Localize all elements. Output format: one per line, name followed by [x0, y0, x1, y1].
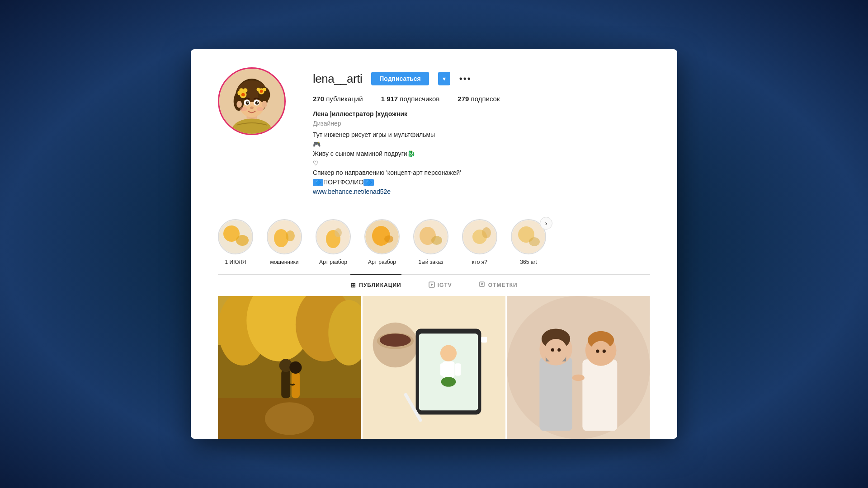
- svg-marker-50: [431, 283, 433, 286]
- svg-point-61: [265, 402, 314, 435]
- following-stat[interactable]: 279 подписок: [458, 95, 500, 103]
- story-label: 365 art: [520, 259, 537, 265]
- svg-rect-62: [281, 370, 290, 398]
- svg-point-25: [263, 88, 266, 91]
- bio-line1: Тут инженер рисует игры и мультфильмы: [313, 130, 650, 140]
- svg-point-26: [260, 89, 263, 93]
- svg-rect-75: [455, 363, 461, 375]
- svg-point-42: [431, 236, 442, 245]
- profile-container: lena__arti Подписаться ▾ ••• 270 публика…: [191, 49, 677, 439]
- profile-top-row: lena__arti Подписаться ▾ •••: [313, 72, 650, 86]
- bio-portfolio: 🔷ПОРТФОЛИО🔷: [313, 178, 650, 187]
- tab-igtv-label: IGTV: [438, 282, 452, 288]
- story-label: 1 ИЮЛЯ: [225, 259, 246, 265]
- dropdown-button[interactable]: ▾: [438, 72, 450, 85]
- story-label: 1ый заказ: [418, 259, 443, 265]
- story-item[interactable]: Арт разбор: [316, 219, 351, 265]
- svg-rect-85: [583, 359, 618, 431]
- svg-point-91: [551, 348, 554, 351]
- story-circle: [462, 219, 497, 254]
- bio-name: Лена |иллюстратор |художник: [313, 109, 650, 119]
- svg-point-92: [558, 348, 561, 351]
- bio-line4: Спикер по направлению 'концепт-арт персо…: [313, 168, 650, 178]
- story-item[interactable]: мошенники: [267, 219, 302, 265]
- svg-point-33: [286, 230, 295, 241]
- story-label: Арт разбор: [368, 259, 396, 265]
- stories-section: 1 ИЮЛЯ мошенники: [218, 210, 650, 274]
- svg-point-21: [243, 88, 248, 93]
- stats-row: 270 публикаций 1 917 подписчиков 279 под…: [313, 95, 650, 103]
- bio-line3: ♡: [313, 159, 650, 168]
- svg-point-39: [384, 235, 393, 243]
- svg-point-15: [250, 106, 254, 109]
- profile-info: lena__arti Подписаться ▾ ••• 270 публика…: [313, 67, 650, 197]
- post-item[interactable]: [363, 296, 506, 439]
- svg-point-89: [545, 339, 568, 363]
- tagged-icon: [479, 282, 486, 289]
- avatar: [218, 67, 286, 135]
- story-circle: [267, 219, 302, 254]
- svg-point-17: [257, 107, 264, 111]
- svg-point-65: [289, 361, 302, 373]
- post-item[interactable]: [507, 296, 650, 439]
- tab-posts[interactable]: ⊞ ПУБЛИКАЦИИ: [350, 274, 401, 296]
- svg-point-88: [572, 374, 585, 380]
- bio-link[interactable]: www.behance.net/lenad52e: [313, 187, 650, 197]
- svg-point-69: [380, 333, 411, 347]
- story-circle: [364, 219, 400, 254]
- story-item[interactable]: 1ый заказ: [413, 219, 448, 265]
- tab-posts-label: ПУБЛИКАЦИИ: [359, 282, 401, 288]
- avatar-illustration: [219, 69, 284, 134]
- avatar-wrapper: [218, 67, 286, 135]
- svg-point-36: [335, 228, 342, 237]
- story-item[interactable]: Арт разбор: [364, 219, 400, 265]
- svg-point-48: [529, 237, 540, 246]
- post-item[interactable]: [218, 296, 361, 439]
- svg-point-22: [241, 93, 245, 96]
- story-label: кто я?: [472, 259, 487, 265]
- followers-stat[interactable]: 1 917 подписчиков: [381, 95, 440, 103]
- svg-rect-81: [540, 357, 572, 431]
- svg-point-20: [239, 88, 244, 93]
- svg-point-76: [441, 377, 456, 387]
- story-circle: [316, 219, 351, 254]
- igtv-icon: [429, 282, 435, 289]
- story-item[interactable]: кто я?: [462, 219, 497, 265]
- posts-grid: [218, 296, 650, 439]
- username: lena__arti: [313, 72, 362, 86]
- svg-point-24: [257, 88, 260, 91]
- profile-header: lena__arti Подписаться ▾ ••• 270 публика…: [218, 67, 650, 197]
- story-label: мошенники: [270, 259, 298, 265]
- stories-next-button[interactable]: ›: [540, 217, 552, 230]
- subscribe-button[interactable]: Подписаться: [371, 72, 429, 85]
- svg-point-90: [590, 341, 612, 364]
- svg-point-14: [257, 101, 258, 103]
- svg-point-30: [236, 235, 249, 246]
- bio-category: Дизайнер: [313, 119, 650, 128]
- portfolio-highlight-left: 🔷: [313, 179, 323, 186]
- tabs-section: ⊞ ПУБЛИКАЦИИ IGTV: [218, 274, 650, 296]
- story-item[interactable]: 1 ИЮЛЯ: [218, 219, 253, 265]
- tab-tagged[interactable]: ОТМЕТКИ: [479, 274, 518, 296]
- browser-window: lena__arti Подписаться ▾ ••• 270 публика…: [191, 49, 677, 439]
- svg-point-93: [596, 349, 599, 352]
- posts-icon: ⊞: [350, 282, 356, 289]
- tab-tagged-label: ОТМЕТКИ: [488, 282, 518, 288]
- more-button[interactable]: •••: [459, 74, 472, 84]
- svg-point-80: [507, 296, 650, 439]
- story-circle: [413, 219, 448, 254]
- story-item[interactable]: 365 art ›: [511, 219, 546, 265]
- bio-emoji-game: 🎮: [313, 140, 650, 149]
- svg-rect-78: [481, 337, 487, 343]
- bio-line2: Живу с сыном маминой подруги🐉: [313, 149, 650, 159]
- behance-link[interactable]: www.behance.net/lenad52e: [313, 188, 391, 195]
- svg-point-13: [247, 101, 249, 103]
- tab-igtv[interactable]: IGTV: [429, 274, 452, 296]
- svg-point-7: [236, 101, 242, 108]
- svg-point-72: [440, 345, 457, 361]
- svg-point-16: [240, 107, 247, 111]
- bio-section: Лена |иллюстратор |художник Дизайнер Тут…: [313, 109, 650, 197]
- svg-point-94: [603, 349, 606, 352]
- story-circle: [218, 219, 253, 254]
- svg-point-8: [262, 101, 267, 108]
